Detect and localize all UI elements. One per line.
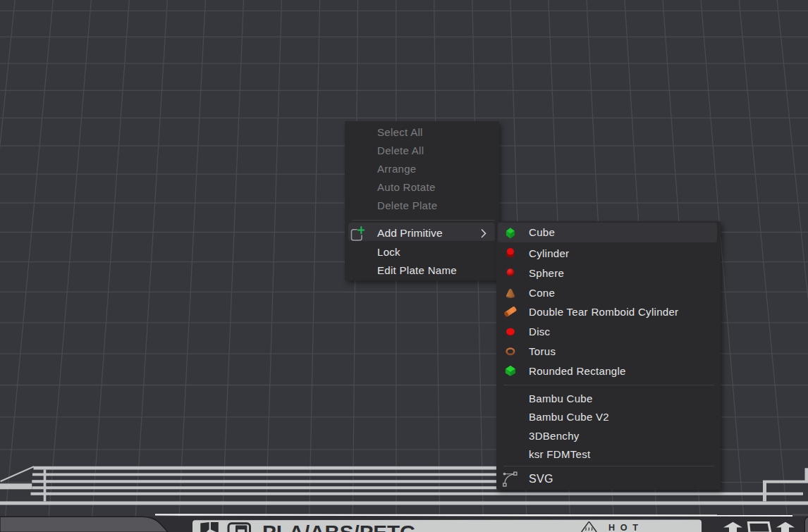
- svg-text:HOT: HOT: [608, 523, 638, 532]
- svg-text:PLA/ABS/PETG: PLA/ABS/PETG: [262, 521, 416, 532]
